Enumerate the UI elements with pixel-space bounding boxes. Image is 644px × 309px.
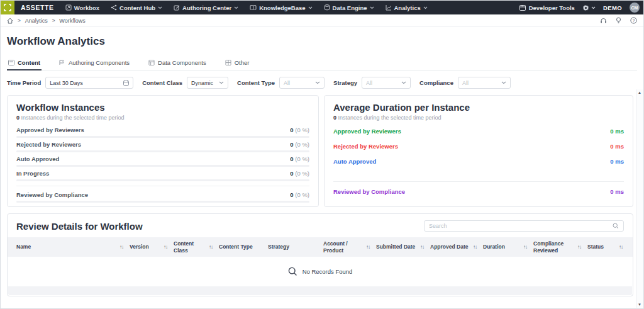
strategy-select[interactable]: All: [362, 77, 411, 89]
tab-data-components[interactable]: Data Components: [147, 57, 208, 70]
search-icon: [288, 267, 297, 276]
nav-workbox[interactable]: Workbox: [65, 4, 99, 11]
table-search[interactable]: [424, 220, 624, 232]
nav-data-engine[interactable]: Data Engine: [324, 4, 374, 11]
workbox-icon: [65, 4, 72, 11]
breadcrumb: > Analytics > Workflows: [7, 18, 86, 24]
column-header-approved-date[interactable]: Approved Date↑↓: [430, 244, 483, 250]
database-icon: [324, 4, 330, 11]
content-type-select[interactable]: All: [279, 77, 325, 89]
breadcrumb-actions: ?: [600, 17, 637, 24]
empty-state: No Records Found: [8, 257, 633, 286]
sort-icon[interactable]: ↑↓: [619, 244, 623, 250]
column-header-submitted-date[interactable]: Submitted Date↑↓: [376, 244, 430, 250]
column-header-strategy[interactable]: Strategy: [268, 244, 323, 250]
time-period-input[interactable]: Last 30 Days: [45, 77, 133, 89]
sort-icon[interactable]: ↑↓: [473, 244, 477, 250]
instance-row-reviewed-compliance: Reviewed by Compliance0 (0 %): [16, 191, 309, 203]
gear-icon: [582, 4, 589, 11]
vertical-scrollbar[interactable]: ▲ ▼: [636, 89, 643, 308]
scroll-down-icon[interactable]: ▼: [638, 303, 641, 306]
duration-rows: Approved by Reviewers 0 ms Rejected by R…: [333, 128, 624, 195]
column-header-content-class[interactable]: Content Class↑↓: [174, 240, 219, 254]
duration-row-approved: Approved by Reviewers 0 ms: [333, 128, 624, 135]
sort-icon[interactable]: ↑↓: [209, 244, 213, 250]
column-header-content-type[interactable]: Content Type: [219, 244, 268, 250]
brand-name: ASSETTE: [21, 4, 54, 11]
sort-icon[interactable]: ↑↓: [523, 244, 527, 250]
duration-row-reviewed-compliance: Reviewed by Compliance 0 ms: [333, 188, 624, 195]
instance-row-auto-approved: Auto Approved0 (0 %): [16, 155, 309, 167]
chevron-down-icon: [308, 6, 313, 9]
column-header-duration[interactable]: Duration↑↓: [483, 244, 533, 250]
tab-content[interactable]: Content: [7, 57, 42, 70]
app-window: ASSETTE Workbox Content Hub Authoring Ce…: [0, 0, 644, 309]
duration-row-rejected: Rejected by Reviewers 0 ms: [333, 143, 624, 150]
column-header-account-product[interactable]: Account / Product↑↓: [323, 240, 376, 254]
table-footer-strip: [8, 286, 632, 295]
edit-icon: [174, 4, 180, 11]
tab-authoring-components[interactable]: Authoring Components: [58, 57, 131, 70]
assette-logo-icon[interactable]: [1, 1, 14, 14]
sort-icon[interactable]: ↑↓: [420, 244, 424, 250]
time-period-label: Time Period: [7, 79, 41, 86]
breadcrumb-analytics[interactable]: Analytics: [25, 18, 48, 24]
progress-bar: [16, 136, 309, 138]
book-icon: [250, 4, 257, 11]
headset-icon[interactable]: [600, 18, 607, 24]
progress-bar: [16, 179, 309, 181]
breadcrumb-bar: > Analytics > Workflows ?: [1, 14, 643, 27]
share-icon: [111, 4, 117, 11]
developer-tools-button[interactable]: Developer Tools: [519, 4, 575, 11]
nav-authoring-center[interactable]: Authoring Center: [174, 4, 238, 11]
summary-panels: Workflow Instances 0 Instances during th…: [7, 95, 637, 207]
tab-other[interactable]: Other: [224, 57, 251, 70]
column-header-status[interactable]: Status↑↓: [587, 244, 624, 250]
content-class-select[interactable]: Dynamic: [187, 77, 228, 89]
column-header-version[interactable]: Version↑↓: [130, 244, 174, 250]
average-duration-summary: 0 Instances during the selected time per…: [333, 115, 624, 121]
sort-icon[interactable]: ↑↓: [119, 244, 123, 250]
empty-state-text: No Records Found: [303, 268, 353, 275]
sort-icon[interactable]: ↑↓: [164, 244, 167, 250]
filter-strategy: Strategy All: [333, 77, 411, 89]
sort-icon[interactable]: ↑↓: [366, 244, 370, 250]
nav-content-hub[interactable]: Content Hub: [111, 4, 162, 11]
content-type-label: Content Type: [237, 79, 275, 86]
workflow-instances-summary: 0 Instances during the selected time per…: [16, 115, 309, 121]
chart-icon: [386, 4, 392, 11]
breadcrumb-workflows[interactable]: Workflows: [59, 18, 85, 24]
chevron-down-icon: [370, 6, 374, 9]
navbar-right: Developer Tools DEMO CM: [519, 3, 643, 13]
top-navbar: ASSETTE Workbox Content Hub Authoring Ce…: [1, 1, 643, 14]
calendar-icon: [123, 80, 129, 86]
breadcrumb-separator: >: [52, 18, 55, 23]
instance-row-in-progress: In Progress0 (0 %): [16, 170, 309, 181]
chevron-down-icon: [315, 81, 320, 84]
lightbulb-icon[interactable]: [616, 17, 621, 24]
nav-knowledgebase[interactable]: KnowledgeBase: [250, 4, 312, 11]
filter-content-class: Content Class Dynamic: [142, 77, 228, 89]
compliance-select[interactable]: All: [458, 77, 511, 89]
workflow-instances-panel: Workflow Instances 0 Instances during th…: [7, 95, 319, 207]
main-nav: Workbox Content Hub Authoring Center Kno…: [65, 4, 519, 11]
home-icon[interactable]: [7, 18, 13, 24]
column-header-compliance-reviewed[interactable]: Compliance Reviewed↑↓: [533, 240, 587, 254]
search-input[interactable]: [429, 223, 609, 229]
scroll-up-icon[interactable]: ▲: [638, 91, 641, 94]
settings-menu[interactable]: [582, 4, 596, 11]
user-avatar[interactable]: CM: [630, 3, 640, 13]
svg-text:?: ?: [633, 18, 635, 23]
other-tab-icon: [225, 60, 231, 65]
sort-icon[interactable]: ↑↓: [577, 244, 581, 250]
chevron-down-icon: [501, 81, 506, 84]
filter-content-type: Content Type All: [237, 77, 325, 89]
divider: [16, 186, 309, 186]
workflow-instances-title: Workflow Instances: [16, 102, 309, 113]
search-icon: [613, 223, 619, 229]
instance-row-approved: Approved by Reviewers0 (0 %): [16, 126, 309, 138]
tenant-label[interactable]: DEMO: [603, 4, 622, 11]
nav-analytics[interactable]: Analytics: [386, 4, 428, 11]
help-icon[interactable]: ?: [630, 17, 637, 24]
column-header-name[interactable]: Name↑↓: [16, 244, 130, 250]
